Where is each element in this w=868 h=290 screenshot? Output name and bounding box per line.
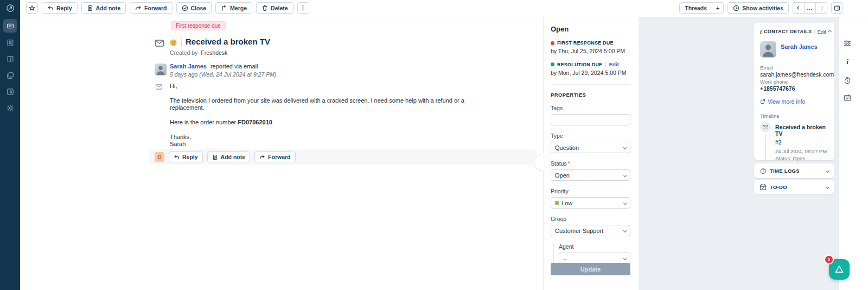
chevron-down-icon bbox=[623, 146, 627, 149]
chevron-up-icon[interactable] bbox=[828, 29, 832, 33]
more-actions-button[interactable]: ⋮ bbox=[297, 2, 309, 14]
timeline-entry-status: Status: Open bbox=[775, 155, 828, 161]
freshworks-logo-icon[interactable] bbox=[0, 0, 20, 16]
message-body: Hi, The television I ordered from your s… bbox=[170, 83, 490, 148]
note-icon bbox=[212, 154, 218, 160]
edit-resolution-due-link[interactable]: Edit bbox=[609, 61, 619, 67]
todo-title: TO-DO bbox=[770, 184, 787, 190]
contact-name-link[interactable]: Sarah James bbox=[781, 43, 818, 50]
merge-button[interactable]: Merge bbox=[215, 2, 252, 14]
agent-avatar: D bbox=[155, 152, 164, 162]
quick-add-note-button[interactable]: Add note bbox=[207, 152, 251, 162]
chevron-down-icon bbox=[826, 185, 829, 189]
reply-button[interactable]: Reply bbox=[42, 2, 78, 14]
previous-ticket-button[interactable] bbox=[793, 2, 805, 14]
add-thread-button[interactable]: + bbox=[712, 2, 724, 14]
gear-icon bbox=[7, 104, 14, 112]
author-name-link[interactable]: Sarah James bbox=[170, 63, 207, 70]
message-signature: Sarah bbox=[170, 141, 186, 147]
timeline-item[interactable]: Received a broken TV #2 24 Jul 2024, 09:… bbox=[760, 122, 828, 161]
chevron-down-icon bbox=[623, 256, 627, 260]
merge-label: Merge bbox=[230, 5, 247, 11]
first-response-due-value: by Thu, Jul 25, 2024 5:00 PM bbox=[551, 48, 630, 54]
rail-todo-tab[interactable] bbox=[843, 93, 852, 102]
show-activities-button[interactable]: Show activities bbox=[727, 2, 789, 14]
group-select[interactable]: Customer Support bbox=[551, 225, 630, 236]
type-label: Type bbox=[551, 133, 630, 139]
ticket-icon bbox=[7, 22, 14, 30]
sidebar-item-admin[interactable] bbox=[3, 101, 17, 115]
update-button[interactable]: Update bbox=[551, 263, 630, 275]
main-nav-sidebar bbox=[0, 0, 20, 290]
quick-reply-button[interactable]: Reply bbox=[169, 152, 203, 162]
forward-icon bbox=[259, 154, 265, 160]
sidebar-item-contacts[interactable] bbox=[3, 36, 17, 49]
type-select[interactable]: Question bbox=[551, 142, 630, 153]
delete-label: Delete bbox=[271, 5, 288, 11]
quick-forward-button[interactable]: Forward bbox=[254, 152, 295, 162]
email-channel-icon bbox=[155, 40, 164, 47]
delete-button[interactable]: Delete bbox=[256, 2, 293, 14]
header-divider: | bbox=[814, 29, 815, 34]
chevron-down-icon bbox=[623, 201, 627, 204]
todo-card[interactable]: TO-DO bbox=[754, 180, 834, 194]
work-phone-value: +1855747676 bbox=[760, 85, 828, 92]
email-value: sarah.james@freshdesk.com bbox=[760, 71, 828, 78]
requester-avatar[interactable] bbox=[155, 64, 167, 75]
close-button[interactable]: Close bbox=[176, 2, 212, 14]
ticket-properties-panel: Open FIRST RESPONSE DUE by Thu, Jul 25, … bbox=[544, 17, 639, 290]
external-link-icon bbox=[760, 99, 765, 104]
star-icon bbox=[29, 5, 35, 11]
bar-chart-icon bbox=[7, 88, 14, 96]
priority-select[interactable]: Low bbox=[551, 197, 630, 209]
author-via-text: reported via email bbox=[210, 63, 258, 70]
threads-label: Threads bbox=[685, 5, 707, 11]
label-divider: | bbox=[605, 62, 606, 67]
check-circle-icon bbox=[182, 5, 188, 11]
sla-badge-row: First response due bbox=[20, 17, 543, 34]
layers-icon bbox=[7, 72, 14, 79]
stopwatch-icon bbox=[844, 77, 851, 84]
forward-button[interactable]: Forward bbox=[130, 2, 172, 14]
message-paragraph: The television I ordered from your site … bbox=[170, 97, 490, 111]
trash-icon bbox=[261, 5, 268, 11]
collapse-properties-handle[interactable] bbox=[534, 154, 544, 171]
contact-details-card: i CONTACT DETAILS | Edit Sarah James Ema… bbox=[754, 23, 834, 160]
priority-label: Priority bbox=[551, 188, 630, 194]
ticket-toolbar: Reply Add note Forward Close Merge Delet… bbox=[20, 0, 868, 16]
chevron-right-icon bbox=[819, 6, 823, 10]
required-asterisk: * bbox=[568, 160, 570, 167]
rail-properties-tab[interactable] bbox=[843, 39, 852, 48]
toggle-side-panel-button[interactable] bbox=[831, 2, 843, 14]
sidebar-item-forums[interactable] bbox=[3, 68, 17, 82]
chevron-down-icon bbox=[826, 169, 829, 173]
sidebar-item-tickets[interactable] bbox=[3, 19, 17, 33]
sidebar-item-solutions[interactable] bbox=[3, 52, 17, 66]
sidebar-item-analytics[interactable] bbox=[3, 85, 17, 98]
reply-icon bbox=[47, 5, 54, 11]
next-ticket-button[interactable] bbox=[815, 2, 827, 14]
show-activities-label: Show activities bbox=[742, 5, 783, 11]
threads-button[interactable]: Threads bbox=[679, 2, 712, 14]
side-panel-icon-rail: i bbox=[838, 17, 868, 290]
more-tickets-button[interactable]: … bbox=[804, 2, 816, 14]
plus-icon: + bbox=[716, 5, 719, 11]
view-more-info-link[interactable]: View more info bbox=[760, 98, 828, 105]
rail-contact-details-tab[interactable]: i bbox=[843, 58, 852, 66]
tags-input[interactable] bbox=[551, 114, 630, 125]
chat-notification-badge[interactable]: 1 bbox=[824, 255, 834, 264]
contact-avatar[interactable] bbox=[760, 41, 776, 58]
status-select[interactable]: Open bbox=[551, 169, 630, 181]
agent-select[interactable]: -- bbox=[559, 253, 630, 264]
agent-label: Agent bbox=[559, 243, 630, 250]
rail-time-logs-tab[interactable] bbox=[843, 76, 852, 85]
sentiment-emoji-icon bbox=[170, 39, 177, 46]
ticket-status-heading: Open bbox=[551, 25, 630, 33]
star-button[interactable] bbox=[26, 2, 38, 14]
chevron-left-icon bbox=[796, 6, 800, 10]
add-note-button[interactable]: Add note bbox=[81, 2, 126, 14]
edit-contact-link[interactable]: Edit bbox=[818, 29, 826, 35]
quick-reply-bar: D Reply Add note Forward bbox=[149, 149, 537, 165]
contact-identity-row: Sarah James bbox=[760, 41, 828, 58]
time-logs-card[interactable]: TIME LOGS bbox=[754, 163, 834, 178]
